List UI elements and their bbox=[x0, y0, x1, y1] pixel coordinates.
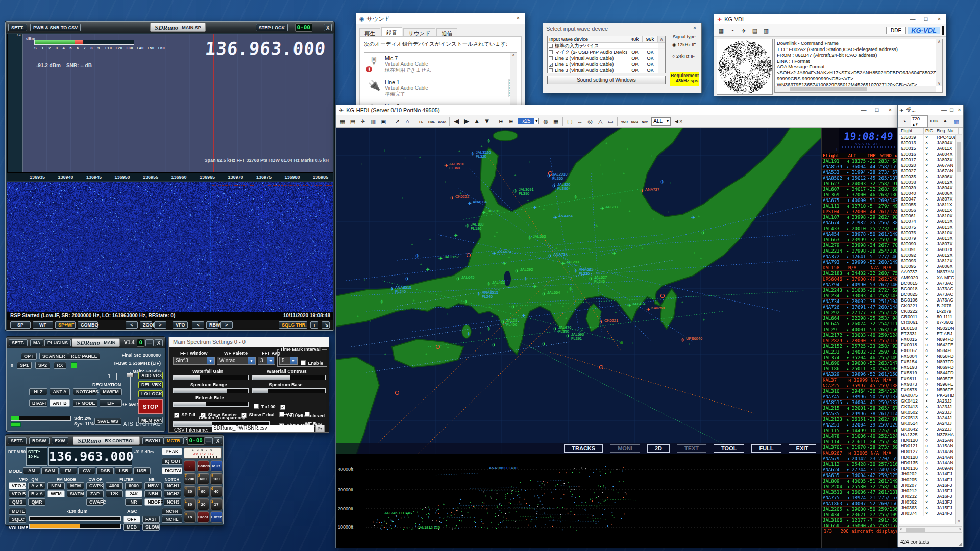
sett-button[interactable]: SETT. bbox=[8, 437, 27, 444]
nch4-button[interactable]: NCH4 bbox=[162, 508, 182, 515]
flight-row[interactable]: 6J0093×JA812X bbox=[899, 258, 962, 264]
agc-fast-button[interactable]: FAST bbox=[142, 516, 160, 523]
minimize-icon[interactable]: — bbox=[906, 14, 919, 25]
aircraft-icon[interactable]: ✈ bbox=[566, 333, 570, 339]
rbw-1[interactable]: RBW bbox=[206, 321, 218, 329]
data-row[interactable]: KAL9267н 33005N/AN/A bbox=[822, 450, 898, 456]
hfdl-tool-a-19[interactable]: ⊕ bbox=[506, 116, 516, 127]
flight-row[interactable]: FX9878○N596FE bbox=[899, 387, 962, 393]
rec-panel-button[interactable]: REC PANEL bbox=[68, 353, 100, 360]
zoom-1[interactable]: ZOOM bbox=[140, 321, 152, 329]
close-icon[interactable]: × bbox=[933, 14, 946, 25]
aircraft-icon[interactable]: ✈ bbox=[467, 331, 471, 337]
hfdl-tool-b-11[interactable]: NAV bbox=[640, 116, 650, 127]
aircraft-icon[interactable]: ✈ bbox=[450, 195, 454, 201]
data-row[interactable]: JAL627н 24003-32258/ 91 bbox=[822, 181, 898, 187]
hfdl-tool-a-9[interactable]: FL bbox=[416, 116, 426, 127]
agc-off-button[interactable]: OFF bbox=[123, 516, 140, 523]
sp-range-slider[interactable] bbox=[173, 388, 249, 393]
aircraft-icon[interactable]: ✈ bbox=[444, 163, 448, 168]
rx-nr-button[interactable]: NR bbox=[125, 498, 142, 506]
flight-row[interactable]: BC0106×JA73AC bbox=[899, 297, 962, 303]
data-row[interactable]: JAL690н 39000-52263/147 bbox=[822, 361, 898, 366]
data-row[interactable]: ANA533▸ 21994-28273/ 67 bbox=[822, 170, 898, 176]
aircraft-icon[interactable]: ✈ bbox=[477, 291, 481, 297]
data-row[interactable]: JAL107н 23998-29262/ 98 bbox=[822, 215, 898, 220]
data-row[interactable]: JAL279▸ 23998-34267/ 70 bbox=[822, 243, 898, 248]
hfdl-tool-a-4[interactable]: ▣ bbox=[378, 116, 388, 127]
hfdl-tool-a-6[interactable]: ↗ bbox=[392, 116, 402, 127]
flight-row[interactable]: 6J0055×JA811X bbox=[899, 202, 962, 208]
enable-checkbox[interactable]: Enable bbox=[301, 358, 323, 367]
aircraft-icon[interactable]: ✈ bbox=[465, 223, 470, 229]
key-20[interactable]: 202 bbox=[197, 498, 209, 510]
decimation-value[interactable]: 1 bbox=[102, 373, 117, 380]
flight-row[interactable]: GK0514×JA24JJ bbox=[899, 421, 962, 427]
agc-slow-button[interactable]: SLOW bbox=[142, 523, 160, 531]
add-vrx-button[interactable]: ADD VRX bbox=[138, 372, 163, 379]
data-row[interactable]: JAL112▴ 25428-30257/116 bbox=[822, 462, 898, 467]
info-button[interactable]: i bbox=[310, 321, 318, 329]
maximize-icon[interactable]: □ bbox=[870, 105, 884, 116]
aircraft-icon[interactable]: ✈ bbox=[599, 319, 603, 325]
data-row[interactable]: ANA8539▸ 36004-44258/155 bbox=[822, 164, 898, 170]
vdl-tool-icon-1[interactable]: ◔ bbox=[727, 26, 738, 36]
wf-contrast-slider[interactable] bbox=[252, 375, 326, 380]
flight-row[interactable]: BC0025×JA73AC bbox=[899, 292, 962, 297]
sett-button[interactable]: SETT. bbox=[8, 24, 27, 31]
flight-row[interactable]: 6J0095×JA806X bbox=[899, 264, 962, 269]
data-row[interactable]: JAL664▾ 22298-25253/ 94 bbox=[822, 316, 898, 321]
hfdl-tool-a-3[interactable]: ▥ bbox=[368, 116, 378, 127]
csv-browse-icon[interactable]: 🗁 bbox=[315, 425, 325, 432]
map-button-tracks[interactable]: TRACKS bbox=[564, 444, 603, 453]
wf-avg-checkbox[interactable]: WF Avg bbox=[279, 409, 303, 418]
bias-t-button[interactable]: BIAS-T bbox=[29, 399, 47, 407]
panel-header[interactable]: Flight ALT TMP WIND ▶ bbox=[822, 153, 898, 159]
radio-24khz[interactable]: ○ 24kHz IF bbox=[672, 54, 699, 59]
tab-再生[interactable]: 再生 bbox=[359, 28, 380, 37]
maximize-icon[interactable]: □ bbox=[919, 14, 933, 25]
rf-gain-handle[interactable] bbox=[127, 373, 134, 377]
data-row[interactable]: JAL2204н 25580-32258/ 94 bbox=[822, 484, 898, 490]
flight-row[interactable]: HD0120○JA15AN bbox=[899, 438, 962, 443]
data-row[interactable]: JAL478▸ 31006-40252/124 bbox=[822, 434, 898, 439]
sp1-button[interactable]: SP1 bbox=[17, 362, 32, 369]
peak-button[interactable]: PEAK bbox=[162, 448, 182, 455]
scroll-up-icon[interactable]: ∧ bbox=[658, 36, 665, 42]
agc-med-button[interactable]: MED bbox=[123, 523, 140, 531]
flight-row[interactable]: 6J0061×JA810X bbox=[899, 213, 962, 219]
mode-sam-button[interactable]: SAM bbox=[41, 467, 59, 474]
data-row[interactable]: JAL659н 36000-45258/152 bbox=[822, 523, 898, 527]
rx-qmr-button[interactable]: QMR bbox=[28, 498, 45, 506]
rdsw-button[interactable]: RDSW bbox=[29, 437, 50, 444]
rx-nbw-button[interactable]: NBW bbox=[144, 482, 162, 489]
colors-icon[interactable]: ▩ bbox=[951, 116, 962, 127]
close-icon[interactable]: × bbox=[884, 105, 897, 116]
aircraft-icon[interactable]: ✈ bbox=[691, 215, 695, 220]
flight-row[interactable]: 6J0079×JA813X bbox=[899, 236, 962, 241]
rx-mfm-button[interactable]: MFM bbox=[67, 482, 84, 489]
log-time-icon[interactable]: ◔ bbox=[899, 116, 910, 127]
aircraft-icon[interactable]: ✈ bbox=[542, 291, 546, 297]
aircraft-icon[interactable]: ✈ bbox=[487, 326, 491, 332]
digital-button[interactable]: DIGITAL bbox=[162, 467, 182, 474]
hfdl-tool-b-3[interactable]: ▢ bbox=[565, 116, 575, 127]
flight-row[interactable]: BC0015×JA73AC bbox=[899, 281, 962, 286]
flight-row[interactable]: HD0135○JA14AN bbox=[899, 460, 962, 466]
view-combo-button[interactable]: COMBO bbox=[78, 321, 98, 329]
vdl-tool-icon-3[interactable]: ▤ bbox=[750, 26, 760, 36]
flight-row[interactable]: FX5154×N897FD bbox=[899, 359, 962, 365]
hfdl-tool-a-2[interactable]: ✈ bbox=[358, 116, 368, 127]
flight-row[interactable]: JH0202×JA14FJ bbox=[899, 471, 962, 477]
flight-row[interactable]: 6J0047×JA807X bbox=[899, 196, 962, 202]
flight-row[interactable]: 6J0038×JA812X bbox=[899, 180, 962, 185]
flight-row[interactable]: 6J0035×JA806X bbox=[899, 174, 962, 180]
col-48k[interactable]: 48k bbox=[627, 36, 643, 42]
wave-device-row[interactable]: Line 3 (Virtual Audio Cable)OKOK bbox=[548, 67, 665, 73]
tab-録音[interactable]: 録音 bbox=[381, 27, 402, 37]
flight-row[interactable]: 6J0013×JA804X bbox=[899, 140, 962, 146]
flight-row[interactable]: FX0015×N894FD bbox=[899, 337, 962, 342]
flight-row[interactable]: GK0642×JA22JJ bbox=[899, 427, 962, 432]
vdl-message-text[interactable]: Downlink - Command FrameT O : F002A2 (Gr… bbox=[775, 39, 942, 93]
tab-サウンド[interactable]: サウンド bbox=[403, 28, 435, 37]
